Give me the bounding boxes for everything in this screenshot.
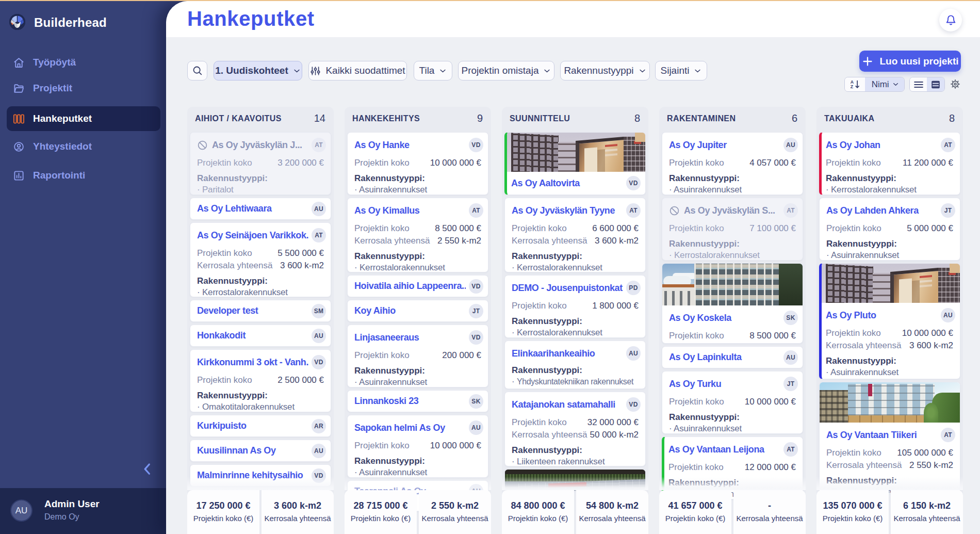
svg-text:Z: Z: [850, 84, 853, 89]
svg-text:A: A: [850, 79, 854, 84]
